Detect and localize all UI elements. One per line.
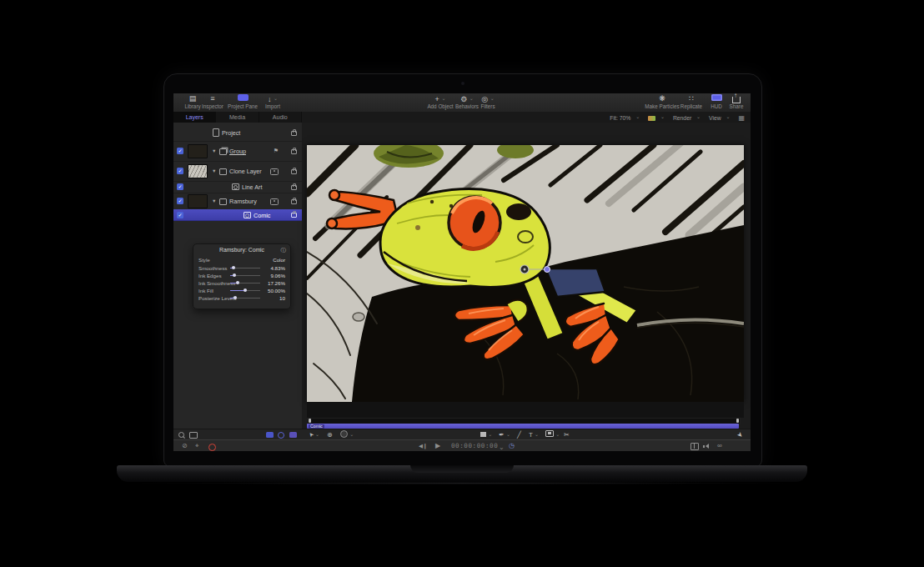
playhead-marker[interactable] [309, 419, 311, 423]
layer-row-ramsbury[interactable]: ✓ ▼ Ramsbury [173, 193, 302, 210]
clip-label: Comic [309, 424, 324, 429]
timecode-display[interactable]: 00:00:00:00 [451, 442, 498, 449]
make-particles-button[interactable]: ❋ Make Particles [642, 94, 682, 109]
lock-icon[interactable] [291, 185, 297, 190]
layer-row-group[interactable]: ✓ ▼ Group ⚑ [173, 141, 302, 162]
adjust-item-icon [340, 430, 348, 438]
rectangle-tool[interactable]: ⌄ [480, 430, 492, 439]
activation-checkbox[interactable]: ✓ [177, 212, 183, 218]
media-badge-icon[interactable] [270, 168, 279, 175]
lock-icon[interactable] [291, 213, 297, 218]
inspector-button[interactable]: ≡ Inspector [201, 94, 224, 109]
share-icon [732, 97, 741, 103]
replicate-button[interactable]: ∷ Replicate [678, 94, 705, 109]
play-range-end-marker[interactable] [736, 419, 739, 423]
layer-row-comic-selected[interactable]: ✓ Comic [173, 209, 302, 221]
ink-edges-slider[interactable] [230, 275, 260, 276]
canvas-frog-artwork[interactable] [307, 145, 744, 402]
activation-checkbox[interactable]: ✓ [177, 183, 183, 190]
lock-icon[interactable] [291, 131, 297, 136]
show-layers-toggle[interactable] [266, 432, 274, 438]
layer-row-line-art[interactable]: ✓ Line Art [173, 181, 302, 193]
show-audio-toggle[interactable] [278, 432, 284, 439]
pane-tabs: Layers Media Audio [173, 112, 302, 123]
project-document-icon [213, 128, 219, 137]
smoothness-slider[interactable] [230, 268, 260, 268]
cursor-arrow-icon: ➤ [306, 430, 316, 439]
speaker-icon[interactable] [706, 444, 709, 449]
share-button[interactable]: Share [727, 94, 746, 109]
disclosure-triangle-icon[interactable]: ▼ [212, 198, 216, 203]
lock-icon[interactable] [291, 149, 297, 154]
previous-frame-button[interactable]: ◀❙ [419, 442, 427, 450]
flag-icon[interactable]: ⚑ [274, 148, 279, 153]
transform-tool[interactable]: ⊕ [327, 430, 333, 439]
activation-checkbox[interactable]: ✓ [177, 148, 183, 154]
zoom-level-control[interactable]: Fit: 70% ⌄ [610, 115, 643, 121]
make-particles-icon: ❋ [642, 94, 682, 103]
filmstrip-icon[interactable] [189, 432, 198, 439]
chevron-down-icon: ⌄ [315, 432, 319, 437]
project-pane-button[interactable]: Project Pane [225, 94, 260, 109]
chevron-down-icon: ⌄ [441, 96, 445, 101]
lock-icon[interactable] [291, 169, 297, 174]
text-tool[interactable]: T ⌄ [529, 430, 539, 439]
bezier-tool[interactable]: ✒ ⌄ [499, 430, 510, 439]
record-button[interactable] [208, 444, 216, 451]
filters-button[interactable]: ◎ ⌄ Filters [477, 94, 499, 109]
disclosure-triangle-icon[interactable]: ▼ [212, 168, 216, 173]
lock-icon[interactable] [291, 199, 297, 204]
render-menu[interactable]: Render ⌄ [673, 115, 704, 121]
search-icon[interactable] [178, 432, 184, 438]
mask-tool[interactable]: ⌄ [545, 430, 560, 439]
camera-export-icon[interactable] [690, 443, 699, 450]
media-badge-icon[interactable] [270, 198, 279, 205]
channels-control[interactable]: ⌄ [648, 115, 668, 121]
line-icon: ╱ [517, 431, 521, 439]
layer-row-project[interactable]: Project [173, 124, 302, 142]
play-button[interactable]: ▶ [435, 442, 440, 450]
tab-media[interactable]: Media [216, 112, 259, 123]
layer-thumbnail [188, 144, 208, 158]
chevron-down-icon: ⌄ [555, 432, 560, 437]
replicate-icon: ∷ [678, 94, 705, 103]
view-menu[interactable]: View ⌄ [709, 115, 734, 121]
adjust-item-tool[interactable]: ⌄ [340, 430, 354, 439]
hud-panel[interactable]: Ramsbury: Comic ⓘ Style Color Smoothness… [193, 243, 291, 309]
posterize-levels-slider[interactable] [230, 298, 260, 299]
blade-tool[interactable]: ✂ [564, 430, 570, 439]
frog-comic-image [307, 145, 744, 402]
expand-timeline-handle[interactable]: ➤ [735, 429, 746, 440]
disclosure-triangle-icon[interactable]: ▼ [212, 148, 216, 153]
line-tool[interactable]: ╱ [517, 430, 521, 439]
project-duration-icon[interactable]: ◷ [509, 442, 515, 450]
stepper-icon: ⌄ [635, 114, 640, 119]
activation-checkbox[interactable]: ✓ [177, 198, 183, 204]
hud-button[interactable]: HUD [708, 94, 725, 109]
library-button[interactable]: ▤ Library [183, 94, 202, 109]
ink-fill-slider[interactable] [230, 290, 260, 291]
import-icon: ↓ [268, 95, 272, 103]
snap-target-button[interactable]: ⌖ [195, 442, 199, 450]
loop-playback-button[interactable]: ∞ [717, 442, 722, 450]
hud-row-ink-smoothness: Ink Smoothness 17.26% [193, 279, 290, 287]
chevron-down-icon: ⌄ [488, 432, 492, 437]
style-popup[interactable]: Color [273, 256, 285, 263]
info-icon[interactable]: ⓘ [281, 247, 287, 254]
tab-audio[interactable]: Audio [259, 112, 302, 123]
clone-layer-icon [219, 168, 227, 175]
show-timeline-toggle[interactable] [289, 432, 297, 438]
canvas-toolbar: ➤ ⌄ ⊕ ⌄ ⌄ ✒ ⌄ ╱ T ⌄ ⌄ ✂ ➤ [302, 429, 751, 440]
select-tool[interactable]: ➤ ⌄ [309, 430, 319, 439]
import-button[interactable]: ↓ ⌄ Import [260, 94, 285, 109]
timecode-menu-chevron-icon[interactable]: ⌄ [499, 444, 505, 451]
layout-grid-icon[interactable]: ▦ [738, 114, 745, 122]
add-object-button[interactable]: + ⌄ Add Object [425, 94, 455, 109]
hud-row-posterize-levels: Posterize Levels 10 [193, 294, 290, 302]
tab-layers[interactable]: Layers [173, 112, 216, 123]
layer-row-clone-layer[interactable]: ✓ ▼ Clone Layer [173, 161, 302, 182]
ink-smoothness-slider[interactable] [230, 283, 260, 284]
text-tool-icon: T [529, 431, 533, 439]
activation-checkbox[interactable]: ✓ [177, 168, 183, 174]
mute-button[interactable]: ⊘ [182, 442, 188, 450]
